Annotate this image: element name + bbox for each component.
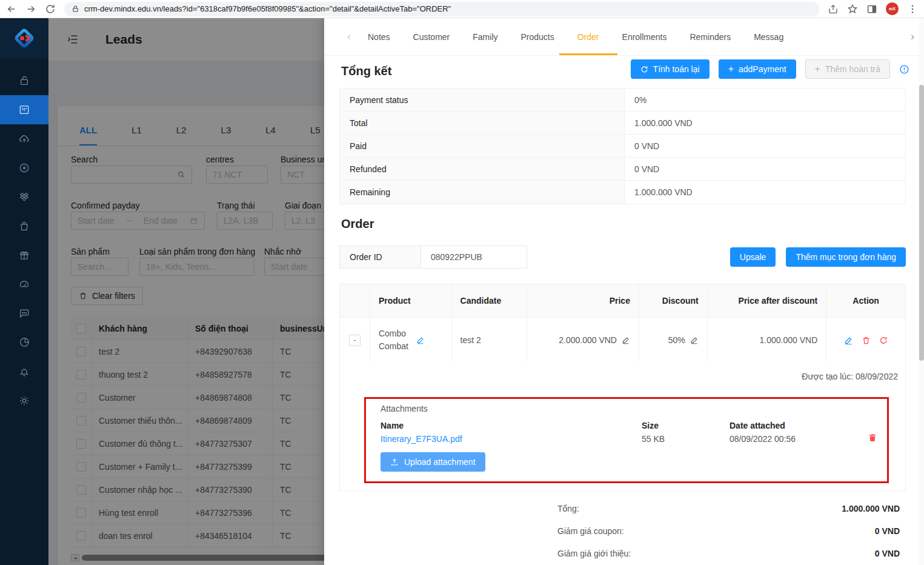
tab-messages[interactable]: Messages: [754, 18, 784, 55]
add-order-item-button[interactable]: Thêm mục trong đơn hàng: [786, 247, 906, 267]
order-item-row: - Combo Combat test 2 2.000.000 VND 50% …: [340, 317, 905, 363]
plus-circle-icon: [18, 162, 30, 174]
tab-order[interactable]: Order: [577, 18, 599, 55]
attachment-size-header: Size: [642, 421, 659, 430]
order-id-label: Order ID: [339, 246, 421, 269]
col-expand: [340, 284, 370, 317]
col-action: Action: [826, 284, 905, 317]
plus-icon: +: [728, 64, 734, 74]
total-label: Tổng:: [557, 504, 579, 513]
add-refund-label: Thêm hoàn trả: [825, 64, 880, 74]
info-circle-icon[interactable]: [899, 64, 909, 75]
summary-value: 0 VND: [625, 135, 905, 157]
recalculate-label: Tính toán lại: [653, 64, 700, 74]
tab-products[interactable]: Products: [521, 18, 554, 55]
sidebar-item-cloud-upload[interactable]: [0, 124, 48, 153]
attachment-date-header: Date attached: [730, 421, 785, 430]
summary-value: 1.000.000 VND: [625, 112, 905, 134]
sidebar-item-plus-circle[interactable]: [0, 153, 48, 182]
summary-label: Total: [340, 112, 625, 134]
shopping-bag-icon: [18, 220, 30, 232]
attachment-file-size: 55 KB: [642, 434, 665, 444]
sidebar-item-chat[interactable]: [0, 299, 48, 328]
upsale-button[interactable]: Upsale: [730, 247, 776, 267]
vertical-scrollbar: [919, 18, 924, 565]
order-item-expanded-row: Được tạo lúc: 08/09/2022 Attachments Nam…: [339, 362, 906, 491]
attachment-file-link[interactable]: Itinerary_E7F3UA.pdf: [381, 434, 462, 444]
summary-label: Refunded: [340, 158, 625, 180]
summary-label: Paid: [340, 135, 625, 157]
edit-discount-icon[interactable]: [690, 336, 699, 344]
sync-icon: [640, 65, 648, 73]
add-payment-button[interactable]: + addPayment: [719, 59, 796, 79]
upload-attachment-button[interactable]: Upload attachment: [381, 452, 485, 472]
tab-reminders[interactable]: Reminders: [690, 18, 731, 55]
reset-item-icon[interactable]: [879, 336, 888, 345]
gift-icon: [18, 249, 30, 261]
attachment-name-header: Name: [381, 421, 404, 430]
sidebar-item-gift[interactable]: [0, 241, 48, 270]
total-row: Giảm giá coupon:0 VND: [557, 520, 900, 542]
add-payment-label: addPayment: [739, 64, 786, 74]
col-candidate: Candidate: [452, 284, 528, 317]
col-discount: Discount: [639, 284, 708, 317]
delete-item-icon[interactable]: [862, 336, 871, 345]
avatar-text: mX: [889, 7, 896, 11]
url-text: crm-dev.mindx.edu.vn/leads?id="6318caf97…: [84, 4, 451, 13]
delete-attachment-icon[interactable]: [868, 433, 877, 443]
address-bar[interactable]: crm-dev.mindx.edu.vn/leads?id="6318caf97…: [64, 2, 819, 16]
payment-summary-table: Payment status0% Total1.000.000 VND Paid…: [339, 88, 906, 204]
sidebar-menu: [0, 66, 48, 415]
edit-item-icon[interactable]: [844, 336, 853, 345]
bookmark-star-icon[interactable]: [847, 4, 858, 15]
sidebar: [0, 18, 48, 565]
col-price: Price: [527, 284, 639, 317]
vertical-scroll-thumb[interactable]: [919, 85, 924, 361]
sidebar-item-settings[interactable]: [0, 386, 48, 415]
sidebar-item-notifications[interactable]: [0, 357, 48, 386]
order-buttons: Upsale Thêm mục trong đơn hàng: [730, 247, 906, 267]
summary-value: 0 VND: [625, 158, 905, 180]
upsale-label: Upsale: [740, 252, 766, 262]
back-icon[interactable]: [6, 4, 17, 15]
forward-icon[interactable]: [25, 4, 36, 15]
tab-notes[interactable]: Notes: [368, 18, 390, 55]
add-refund-button[interactable]: + Thêm hoàn trả: [805, 59, 890, 79]
chat-bubble-icon: [18, 307, 30, 319]
collapse-row-button[interactable]: -: [349, 335, 361, 346]
tab-family[interactable]: Family: [473, 18, 497, 55]
summary-title: Tổng kết: [341, 64, 391, 78]
share-icon[interactable]: [828, 4, 839, 15]
menu-kebab-icon[interactable]: [907, 4, 918, 15]
tab-enrollments[interactable]: Enrollments: [622, 18, 667, 55]
referral-discount-label: Giảm giá giới thiệu:: [557, 549, 631, 558]
summary-value: 1.000.000 VND: [625, 181, 905, 204]
attachments-section-annotation: Attachments Name Size Date attached Itin…: [364, 397, 889, 483]
col-price-after-discount: Price after discount: [708, 284, 827, 317]
price-value: 2.000.000 VND: [559, 335, 617, 345]
sidebar-item-shopping-bag[interactable]: [0, 212, 48, 241]
sidebar-item-dropbox[interactable]: [0, 182, 48, 212]
summary-label: Payment status: [340, 89, 625, 111]
tab-customer[interactable]: Customer: [413, 18, 450, 55]
sidebar-item-pie-chart[interactable]: [0, 328, 48, 357]
tabs-scroll-right-icon[interactable]: ›: [911, 18, 914, 55]
price-after-discount-value: 1.000.000 VND: [760, 335, 818, 345]
sidebar-item-kanban-board[interactable]: [0, 95, 48, 124]
sidebar-item-lock[interactable]: [0, 66, 48, 95]
profile-avatar[interactable]: mX: [886, 2, 899, 15]
order-items-table: Product Candidate Price Discount Price a…: [339, 284, 906, 363]
lock-icon: [71, 5, 79, 13]
side-panel-icon[interactable]: [866, 4, 877, 15]
order-id-value: 080922PPUB: [421, 246, 527, 269]
reload-icon[interactable]: [45, 4, 56, 15]
edit-price-icon[interactable]: [622, 336, 630, 344]
edit-product-icon[interactable]: [416, 336, 425, 344]
tabs-scroll-left-icon[interactable]: ‹: [347, 18, 351, 55]
summary-row: Refunded0 VND: [340, 158, 905, 181]
referral-discount-value: 0 VND: [875, 549, 900, 558]
total-row: Giảm giá giới thiệu:0 VND: [557, 542, 900, 564]
sidebar-item-dashboard[interactable]: [0, 270, 48, 299]
plus-icon: +: [815, 64, 820, 74]
recalculate-button[interactable]: Tính toán lại: [631, 59, 710, 79]
